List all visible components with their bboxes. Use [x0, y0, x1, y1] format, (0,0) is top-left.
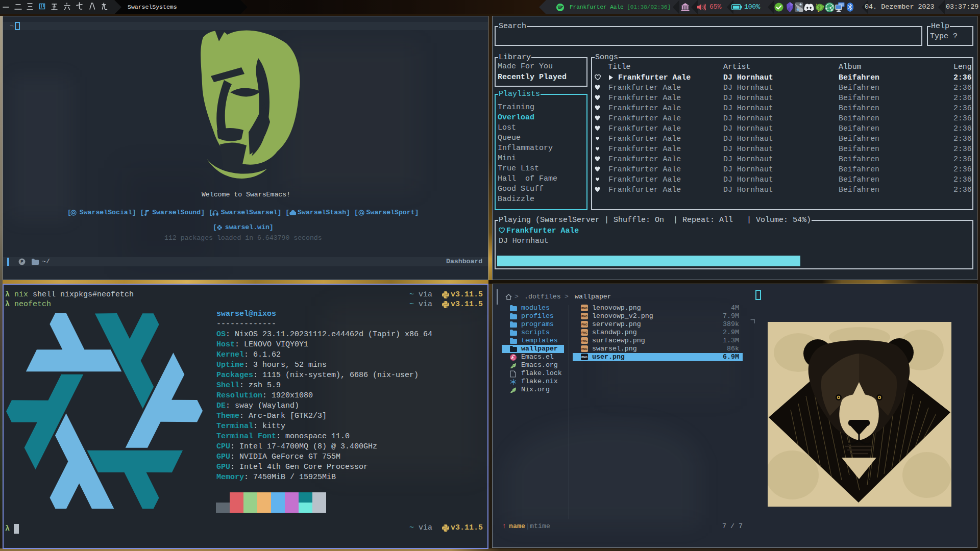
svg-text:PNG: PNG	[581, 356, 587, 359]
svg-text:E: E	[20, 260, 23, 264]
svg-text:PNG: PNG	[581, 331, 587, 334]
svg-text:PNG: PNG	[581, 315, 587, 318]
svg-text:PNG: PNG	[581, 339, 587, 342]
svg-text:PNG: PNG	[581, 347, 587, 350]
svg-text:PNG: PNG	[581, 307, 587, 310]
svg-text:PNG: PNG	[581, 323, 587, 326]
